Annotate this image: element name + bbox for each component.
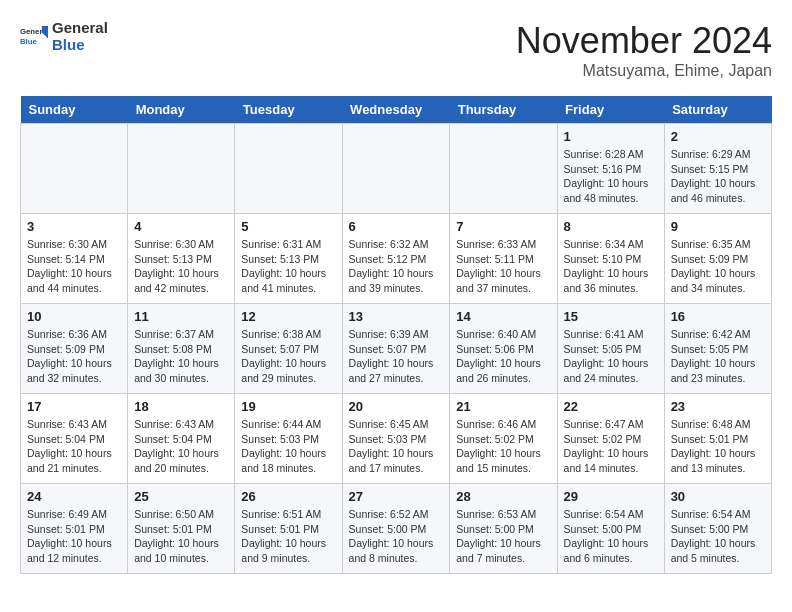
logo-icon: General Blue (20, 23, 48, 51)
day-cell: 17Sunrise: 6:43 AM Sunset: 5:04 PM Dayli… (21, 394, 128, 484)
day-info: Sunrise: 6:28 AM Sunset: 5:16 PM Dayligh… (564, 147, 658, 206)
day-info: Sunrise: 6:50 AM Sunset: 5:01 PM Dayligh… (134, 507, 228, 566)
day-info: Sunrise: 6:38 AM Sunset: 5:07 PM Dayligh… (241, 327, 335, 386)
day-info: Sunrise: 6:47 AM Sunset: 5:02 PM Dayligh… (564, 417, 658, 476)
day-cell: 23Sunrise: 6:48 AM Sunset: 5:01 PM Dayli… (664, 394, 771, 484)
day-info: Sunrise: 6:41 AM Sunset: 5:05 PM Dayligh… (564, 327, 658, 386)
svg-text:Blue: Blue (20, 37, 38, 46)
weekday-header-row: SundayMondayTuesdayWednesdayThursdayFrid… (21, 96, 772, 124)
day-number: 13 (349, 309, 444, 324)
day-cell: 27Sunrise: 6:52 AM Sunset: 5:00 PM Dayli… (342, 484, 450, 574)
day-number: 6 (349, 219, 444, 234)
location: Matsuyama, Ehime, Japan (516, 62, 772, 80)
svg-marker-2 (42, 26, 48, 38)
logo-blue-text: Blue (52, 37, 108, 54)
week-row-1: 3Sunrise: 6:30 AM Sunset: 5:14 PM Daylig… (21, 214, 772, 304)
day-info: Sunrise: 6:33 AM Sunset: 5:11 PM Dayligh… (456, 237, 550, 296)
day-info: Sunrise: 6:35 AM Sunset: 5:09 PM Dayligh… (671, 237, 765, 296)
day-cell: 20Sunrise: 6:45 AM Sunset: 5:03 PM Dayli… (342, 394, 450, 484)
day-info: Sunrise: 6:46 AM Sunset: 5:02 PM Dayligh… (456, 417, 550, 476)
weekday-header-saturday: Saturday (664, 96, 771, 124)
calendar-table: SundayMondayTuesdayWednesdayThursdayFrid… (20, 96, 772, 574)
day-number: 28 (456, 489, 550, 504)
day-cell: 22Sunrise: 6:47 AM Sunset: 5:02 PM Dayli… (557, 394, 664, 484)
day-cell: 29Sunrise: 6:54 AM Sunset: 5:00 PM Dayli… (557, 484, 664, 574)
day-info: Sunrise: 6:31 AM Sunset: 5:13 PM Dayligh… (241, 237, 335, 296)
day-number: 21 (456, 399, 550, 414)
day-number: 30 (671, 489, 765, 504)
day-cell: 15Sunrise: 6:41 AM Sunset: 5:05 PM Dayli… (557, 304, 664, 394)
day-number: 4 (134, 219, 228, 234)
weekday-header-monday: Monday (128, 96, 235, 124)
day-info: Sunrise: 6:37 AM Sunset: 5:08 PM Dayligh… (134, 327, 228, 386)
day-cell: 1Sunrise: 6:28 AM Sunset: 5:16 PM Daylig… (557, 124, 664, 214)
day-number: 18 (134, 399, 228, 414)
day-cell: 19Sunrise: 6:44 AM Sunset: 5:03 PM Dayli… (235, 394, 342, 484)
day-cell: 24Sunrise: 6:49 AM Sunset: 5:01 PM Dayli… (21, 484, 128, 574)
day-info: Sunrise: 6:40 AM Sunset: 5:06 PM Dayligh… (456, 327, 550, 386)
day-cell: 16Sunrise: 6:42 AM Sunset: 5:05 PM Dayli… (664, 304, 771, 394)
day-number: 29 (564, 489, 658, 504)
week-row-4: 24Sunrise: 6:49 AM Sunset: 5:01 PM Dayli… (21, 484, 772, 574)
day-number: 5 (241, 219, 335, 234)
week-row-0: 1Sunrise: 6:28 AM Sunset: 5:16 PM Daylig… (21, 124, 772, 214)
day-cell: 14Sunrise: 6:40 AM Sunset: 5:06 PM Dayli… (450, 304, 557, 394)
day-number: 3 (27, 219, 121, 234)
day-number: 10 (27, 309, 121, 324)
day-cell: 11Sunrise: 6:37 AM Sunset: 5:08 PM Dayli… (128, 304, 235, 394)
day-cell: 9Sunrise: 6:35 AM Sunset: 5:09 PM Daylig… (664, 214, 771, 304)
day-cell: 26Sunrise: 6:51 AM Sunset: 5:01 PM Dayli… (235, 484, 342, 574)
title-section: November 2024 Matsuyama, Ehime, Japan (516, 20, 772, 80)
day-number: 11 (134, 309, 228, 324)
day-cell: 2Sunrise: 6:29 AM Sunset: 5:15 PM Daylig… (664, 124, 771, 214)
day-cell (235, 124, 342, 214)
day-info: Sunrise: 6:49 AM Sunset: 5:01 PM Dayligh… (27, 507, 121, 566)
day-cell: 18Sunrise: 6:43 AM Sunset: 5:04 PM Dayli… (128, 394, 235, 484)
day-cell: 7Sunrise: 6:33 AM Sunset: 5:11 PM Daylig… (450, 214, 557, 304)
day-number: 22 (564, 399, 658, 414)
day-number: 24 (27, 489, 121, 504)
day-info: Sunrise: 6:54 AM Sunset: 5:00 PM Dayligh… (564, 507, 658, 566)
weekday-header-tuesday: Tuesday (235, 96, 342, 124)
day-cell: 3Sunrise: 6:30 AM Sunset: 5:14 PM Daylig… (21, 214, 128, 304)
day-cell: 4Sunrise: 6:30 AM Sunset: 5:13 PM Daylig… (128, 214, 235, 304)
week-row-2: 10Sunrise: 6:36 AM Sunset: 5:09 PM Dayli… (21, 304, 772, 394)
day-number: 1 (564, 129, 658, 144)
day-number: 27 (349, 489, 444, 504)
day-info: Sunrise: 6:29 AM Sunset: 5:15 PM Dayligh… (671, 147, 765, 206)
day-cell (21, 124, 128, 214)
day-number: 8 (564, 219, 658, 234)
weekday-header-sunday: Sunday (21, 96, 128, 124)
day-cell: 28Sunrise: 6:53 AM Sunset: 5:00 PM Dayli… (450, 484, 557, 574)
day-info: Sunrise: 6:30 AM Sunset: 5:13 PM Dayligh… (134, 237, 228, 296)
day-info: Sunrise: 6:36 AM Sunset: 5:09 PM Dayligh… (27, 327, 121, 386)
day-info: Sunrise: 6:44 AM Sunset: 5:03 PM Dayligh… (241, 417, 335, 476)
day-info: Sunrise: 6:53 AM Sunset: 5:00 PM Dayligh… (456, 507, 550, 566)
day-info: Sunrise: 6:32 AM Sunset: 5:12 PM Dayligh… (349, 237, 444, 296)
header: General Blue General Blue November 2024 … (20, 20, 772, 80)
day-info: Sunrise: 6:45 AM Sunset: 5:03 PM Dayligh… (349, 417, 444, 476)
day-cell: 6Sunrise: 6:32 AM Sunset: 5:12 PM Daylig… (342, 214, 450, 304)
day-number: 23 (671, 399, 765, 414)
day-number: 19 (241, 399, 335, 414)
day-info: Sunrise: 6:52 AM Sunset: 5:00 PM Dayligh… (349, 507, 444, 566)
day-info: Sunrise: 6:43 AM Sunset: 5:04 PM Dayligh… (134, 417, 228, 476)
day-number: 12 (241, 309, 335, 324)
weekday-header-wednesday: Wednesday (342, 96, 450, 124)
day-cell: 13Sunrise: 6:39 AM Sunset: 5:07 PM Dayli… (342, 304, 450, 394)
week-row-3: 17Sunrise: 6:43 AM Sunset: 5:04 PM Dayli… (21, 394, 772, 484)
month-title: November 2024 (516, 20, 772, 62)
day-number: 17 (27, 399, 121, 414)
day-cell (342, 124, 450, 214)
day-number: 25 (134, 489, 228, 504)
weekday-header-friday: Friday (557, 96, 664, 124)
day-info: Sunrise: 6:54 AM Sunset: 5:00 PM Dayligh… (671, 507, 765, 566)
day-number: 26 (241, 489, 335, 504)
day-cell: 8Sunrise: 6:34 AM Sunset: 5:10 PM Daylig… (557, 214, 664, 304)
day-info: Sunrise: 6:51 AM Sunset: 5:01 PM Dayligh… (241, 507, 335, 566)
day-number: 7 (456, 219, 550, 234)
logo-general-text: General (52, 20, 108, 37)
day-cell: 12Sunrise: 6:38 AM Sunset: 5:07 PM Dayli… (235, 304, 342, 394)
weekday-header-thursday: Thursday (450, 96, 557, 124)
day-cell (128, 124, 235, 214)
